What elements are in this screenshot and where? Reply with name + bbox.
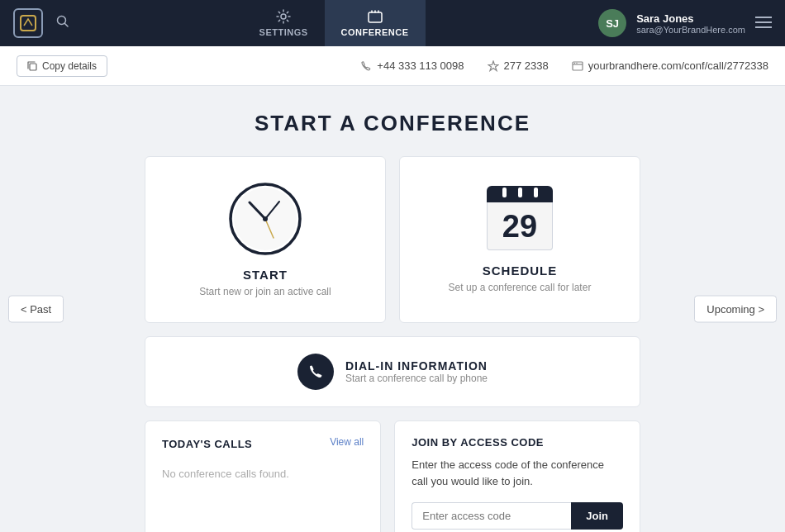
start-card[interactable]: START Start new or join an active call: [145, 156, 386, 323]
past-button[interactable]: < Past: [8, 296, 64, 323]
copy-details-button[interactable]: Copy details: [17, 55, 107, 77]
user-info: Sara Jones sara@YourBrandHere.com: [636, 12, 745, 35]
svg-rect-5: [573, 62, 583, 70]
card-area: START Start new or join an active call 2…: [145, 156, 640, 532]
join-access-code-card: JOIN BY ACCESS CODE Enter the access cod…: [394, 420, 640, 532]
todays-calls-title: TODAY'S CALLS: [162, 438, 252, 450]
no-calls-message: No conference calls found.: [162, 468, 364, 480]
todays-calls-header: TODAY'S CALLS View all: [162, 436, 364, 451]
nav-tab-conference[interactable]: CONFERENCE: [325, 0, 426, 46]
join-input-row: Join: [412, 502, 623, 530]
svg-point-6: [574, 62, 575, 63]
phone-icon: [297, 354, 334, 390]
start-card-subtitle: Start new or join an active call: [199, 286, 331, 297]
user-email: sara@YourBrandHere.com: [636, 25, 745, 35]
search-button[interactable]: [56, 15, 69, 31]
svg-point-2: [281, 14, 286, 19]
avatar: SJ: [598, 9, 626, 37]
main-content: < Past Upcoming > START A CONFERENCE: [0, 86, 785, 532]
view-all-button[interactable]: View all: [330, 436, 364, 448]
schedule-card-subtitle: Set up a conference call for later: [449, 282, 592, 293]
schedule-card-title: SCHEDULE: [483, 264, 558, 278]
clock-icon: [228, 182, 302, 256]
sub-header: Copy details +44 333 113 0098 277 2338 y…: [0, 46, 785, 86]
bottom-row: TODAY'S CALLS View all No conference cal…: [145, 420, 640, 532]
join-description: Enter the access code of the conference …: [412, 457, 623, 489]
page-title: START A CONFERENCE: [17, 111, 768, 136]
dialin-card[interactable]: DIAL-IN INFORMATION Start a conference c…: [145, 336, 640, 407]
schedule-card[interactable]: 29 SCHEDULE Set up a conference call for…: [399, 156, 640, 323]
hamburger-menu[interactable]: [755, 15, 772, 32]
top-nav: SETTINGS CONFERENCE SJ Sara Jones sara@Y…: [0, 0, 785, 46]
svg-rect-4: [30, 64, 36, 70]
user-name: Sara Jones: [636, 12, 745, 25]
nav-tab-settings[interactable]: SETTINGS: [243, 0, 325, 46]
contact-info: +44 333 113 0098 277 2338 yourbrandhere.…: [360, 59, 768, 72]
todays-calls-card: TODAY'S CALLS View all No conference cal…: [145, 420, 381, 532]
join-title: JOIN BY ACCESS CODE: [412, 436, 623, 449]
nav-right: SJ Sara Jones sara@YourBrandHere.com: [598, 9, 772, 37]
svg-point-13: [263, 216, 268, 221]
svg-rect-3: [369, 12, 382, 22]
calendar-icon: 29: [487, 186, 553, 252]
upcoming-button[interactable]: Upcoming >: [694, 296, 777, 323]
phone-info: +44 333 113 0098: [360, 59, 464, 72]
svg-point-7: [576, 62, 577, 63]
dialin-text: DIAL-IN INFORMATION Start a conference c…: [345, 359, 488, 384]
nav-center: SETTINGS CONFERENCE: [243, 0, 426, 46]
join-button[interactable]: Join: [571, 502, 623, 530]
access-code-input[interactable]: [412, 502, 571, 530]
top-card-row: START Start new or join an active call 2…: [145, 156, 640, 323]
start-card-title: START: [243, 268, 288, 282]
access-code-info: 277 2338: [488, 59, 549, 72]
url-info: yourbrandhere.com/conf/call/2772338: [572, 59, 768, 72]
nav-left: [13, 8, 69, 38]
logo: [13, 8, 43, 38]
